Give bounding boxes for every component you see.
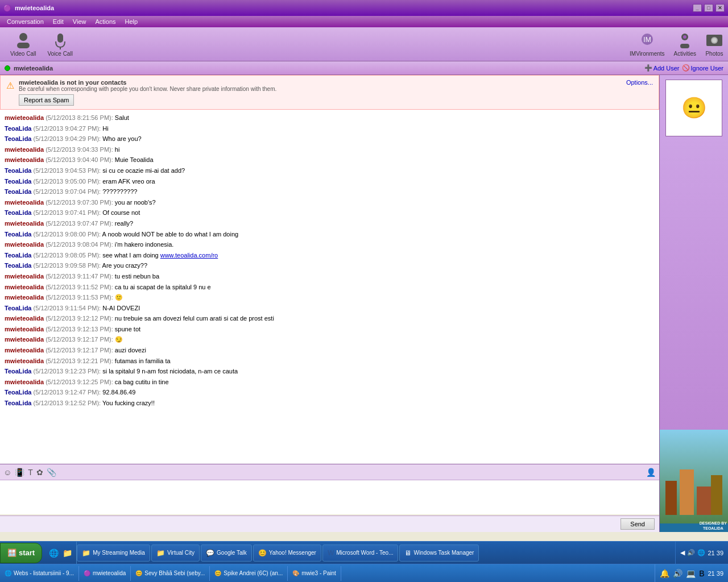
chat-toolbar: ☺ 📳 T ✿ 📎 👤	[0, 464, 659, 480]
message-sender: mwieteoalida	[5, 241, 44, 248]
warning-content: ⚠ mwieteoalida is not in your contacts B…	[6, 79, 276, 106]
photos-label: Photos	[705, 51, 723, 57]
chat-message: mwieteoalida (5/12/2013 9:12:17 PM): auz…	[5, 346, 655, 356]
taskbar-item-taskmanager[interactable]: 🖥 Windows Task Manager	[399, 544, 479, 562]
tray-icon-1[interactable]: 🔊	[687, 549, 695, 556]
svg-rect-1	[17, 43, 30, 48]
video-call-label: Video Call	[10, 51, 36, 57]
activities-button[interactable]: Activities	[674, 31, 696, 57]
message-sender: mwieteoalida	[5, 156, 44, 163]
voice-call-icon	[51, 31, 69, 49]
tray2: 🔔 🔊 💻 B 21 39	[655, 564, 728, 582]
add-user-button[interactable]: ➕ Add User	[644, 64, 680, 72]
send-button[interactable]: Send	[621, 518, 655, 530]
menu-conversation[interactable]: Conversation	[2, 17, 48, 26]
message-sender: mwieteoalida	[5, 146, 44, 153]
taskbar-item-word[interactable]: W Microsoft Word - Teo...	[322, 544, 399, 562]
tray2-icon-2[interactable]: 🔊	[673, 569, 682, 578]
contact-actions: ➕ Add User 🚫 Ignore User	[644, 64, 723, 72]
message-sender: TeoaLida	[5, 231, 31, 238]
message-time: (5/12/2013 9:12:12 PM):	[44, 315, 113, 322]
video-call-button[interactable]: Video Call	[5, 29, 42, 59]
report-spam-button[interactable]: Report as Spam	[19, 94, 74, 106]
tray2-icon-4[interactable]: B	[699, 569, 704, 578]
tray-expand-icon[interactable]: ◀	[680, 549, 685, 556]
ignore-icon: 🚫	[682, 64, 690, 72]
taskbar-items: 📁 My Streaming Media 📁 Virtual City 💬 Go…	[77, 544, 675, 562]
main-area: ⚠ mwieteoalida is not in your contacts B…	[0, 75, 728, 532]
warning-description: Be careful when corresponding with peopl…	[19, 86, 276, 92]
voice-call-button[interactable]: Voice Call	[42, 29, 78, 59]
tray-icon-2[interactable]: 🌐	[697, 549, 705, 556]
tray2-icon-3[interactable]: 💻	[686, 569, 696, 578]
message-sender: TeoaLida	[5, 178, 31, 185]
taskbar2-item-andrei[interactable]: 😊 Spike Andrei (6C) (an...	[210, 566, 288, 581]
message-input[interactable]	[0, 480, 659, 514]
svg-point-11	[712, 38, 717, 43]
chat-message: mwieteoalida (5/12/2013 9:12:13 PM): spu…	[5, 325, 655, 335]
message-link[interactable]: www.teoalida.com/ro	[160, 252, 218, 259]
taskbar2: 🌐 Webs - listatursiinii - 9... 🟣 mwieteo…	[0, 564, 728, 582]
imvironments-button[interactable]: IM IMVironments	[630, 31, 665, 57]
options-link[interactable]: Options...	[626, 79, 653, 86]
building-1	[665, 481, 677, 515]
format-button[interactable]: ✿	[36, 468, 43, 477]
taskbar-item-googletalk[interactable]: 💬 Google Talk	[201, 544, 252, 562]
activities-icon	[676, 31, 694, 49]
taskbar2-item-webs[interactable]: 🌐 Webs - listatursiinii - 9...	[0, 566, 79, 581]
menu-actions[interactable]: Actions	[90, 17, 120, 26]
ql-icon-1[interactable]: 🌐	[48, 547, 59, 559]
sys-tray: ◀ 🔊 🌐 21 39	[675, 542, 728, 564]
chat-message: mwieteoalida (5/12/2013 9:08:04 PM): i'm…	[5, 240, 655, 250]
clock2: 21 39	[708, 570, 723, 577]
ql-icon-2[interactable]: 📁	[61, 547, 73, 559]
message-time: (5/12/2013 9:11:53 PM):	[44, 294, 113, 301]
contact-card-button[interactable]: 👤	[646, 468, 656, 477]
menubar: Conversation Edit View Actions Help	[0, 16, 728, 27]
menu-help[interactable]: Help	[121, 17, 143, 26]
chat-message: mwieteoalida (5/12/2013 8:21:56 PM): Sal…	[5, 113, 655, 123]
taskbar2-webs-icon: 🌐	[5, 570, 11, 576]
taskbar2-paint-icon: 🎨	[292, 570, 299, 576]
video-call-icon	[14, 31, 32, 49]
svg-text:IM: IM	[643, 36, 651, 44]
titlebar-left: 🟣 mwieteoalida	[3, 5, 54, 12]
contact-name: mwieteoalida	[14, 65, 53, 72]
menu-view[interactable]: View	[68, 17, 91, 26]
avatar-face: 😐	[681, 96, 707, 120]
nudge-button[interactable]: 📳	[15, 468, 24, 477]
titlebar-title: mwieteoalida	[15, 5, 54, 11]
warning-title: mwieteoalida is not in your contacts	[19, 79, 276, 86]
message-sender: mwieteoalida	[5, 336, 44, 343]
chat-message: mwieteoalida (5/12/2013 9:07:30 PM): you…	[5, 198, 655, 208]
designed-by-label: DESIGNED BYTEOALIDA	[700, 521, 727, 531]
taskbar-item-yahoo[interactable]: 😊 Yahoo! Messenger	[253, 544, 321, 562]
taskbar2-item-mwieteoalida[interactable]: 🟣 mwieteoalida	[79, 566, 131, 581]
message-time: (5/12/2013 9:12:47 PM):	[31, 389, 101, 396]
menu-edit[interactable]: Edit	[48, 17, 68, 26]
city-preview: DESIGNED BYTEOALIDA	[660, 430, 728, 532]
contact-area: mwieteoalida ➕ Add User 🚫 Ignore User	[0, 61, 728, 75]
close-button[interactable]: ✕	[715, 4, 725, 12]
photos-button[interactable]: Photos	[705, 31, 723, 57]
taskbar2-item-paint[interactable]: 🎨 mwie3 - Paint	[288, 566, 341, 581]
message-time: (5/12/2013 9:09:58 PM):	[31, 262, 101, 269]
tray2-icon-1[interactable]: 🔔	[660, 569, 669, 578]
font-button[interactable]: T	[28, 468, 33, 477]
maximize-button[interactable]: □	[704, 4, 713, 12]
message-sender: mwieteoalida	[5, 294, 44, 301]
chat-message: TeoaLida (5/12/2013 9:07:41 PM): Of cour…	[5, 208, 655, 218]
taskbar2-item-sebi[interactable]: 😊 Sevy Bhăă Sebi (seby...	[131, 566, 210, 581]
attach-button[interactable]: 📎	[47, 468, 56, 477]
minimize-button[interactable]: _	[693, 4, 702, 12]
chat-message: TeoaLida (5/12/2013 9:04:29 PM): Who are…	[5, 134, 655, 144]
photos-icon	[705, 31, 723, 49]
ignore-user-button[interactable]: 🚫 Ignore User	[682, 64, 723, 72]
taskbar-item-virtualcity[interactable]: 📁 Virtual City	[151, 544, 200, 562]
taskbar-item-streaming[interactable]: 📁 My Streaming Media	[77, 544, 150, 562]
emoji-button[interactable]: ☺	[3, 468, 11, 477]
quick-launch: 🌐 📁	[44, 542, 77, 564]
start-button[interactable]: 🪟 start	[0, 543, 42, 563]
chat-messages[interactable]: mwieteoalida (5/12/2013 8:21:56 PM): Sal…	[0, 110, 659, 464]
svg-rect-8	[680, 44, 689, 48]
